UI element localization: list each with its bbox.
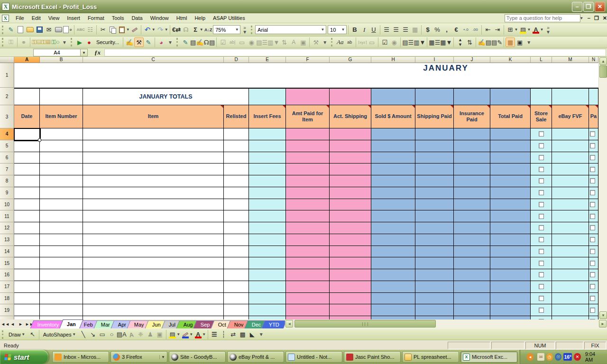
cell-K16[interactable] bbox=[490, 269, 531, 281]
checkbox-N16[interactable] bbox=[590, 272, 595, 277]
form-button-icon[interactable]: ▭ bbox=[367, 37, 377, 47]
cell-H20[interactable] bbox=[371, 316, 415, 319]
cell-B4[interactable] bbox=[40, 128, 83, 140]
increase-indent-icon[interactable]: ⇥ bbox=[493, 25, 502, 35]
checkbox-L12[interactable] bbox=[539, 225, 544, 230]
shadow-style-icon[interactable]: ▩ bbox=[238, 330, 248, 339]
cell-F18[interactable] bbox=[286, 293, 330, 305]
workbook-restore-icon[interactable]: ❐ bbox=[594, 15, 599, 21]
cell-N5[interactable] bbox=[589, 140, 598, 152]
col-header-C[interactable]: C bbox=[83, 57, 224, 63]
cell-L13[interactable] bbox=[531, 234, 552, 246]
menu-help[interactable]: Help bbox=[191, 14, 209, 22]
cell-B8[interactable] bbox=[40, 175, 83, 187]
cell-C11[interactable] bbox=[83, 210, 224, 222]
taskbar-group-dropdown-icon[interactable]: ▼ bbox=[159, 355, 165, 359]
cell-A12[interactable] bbox=[14, 222, 40, 234]
draw-font-color-icon[interactable]: A bbox=[193, 330, 203, 339]
checkbox-L13[interactable] bbox=[539, 237, 544, 242]
first-sheet-icon[interactable]: ◄◄ bbox=[1, 321, 8, 328]
cell-B3[interactable]: Item Number bbox=[40, 105, 83, 128]
cell-G4[interactable] bbox=[330, 128, 371, 140]
cell-D4[interactable] bbox=[224, 128, 249, 140]
cell-G13[interactable] bbox=[330, 234, 371, 246]
minimize-button[interactable]: – bbox=[572, 2, 582, 12]
save-icon[interactable] bbox=[35, 25, 44, 35]
line-icon[interactable]: ╲ bbox=[79, 330, 88, 339]
cell-J6[interactable] bbox=[454, 152, 490, 164]
row-header-5[interactable]: 5 bbox=[0, 140, 14, 152]
cell-I7[interactable] bbox=[415, 164, 454, 175]
formula-input[interactable] bbox=[104, 49, 606, 56]
cell-F17[interactable] bbox=[286, 281, 330, 293]
select-all-corner[interactable] bbox=[0, 57, 14, 63]
cell-L18[interactable] bbox=[531, 293, 552, 305]
cell-M11[interactable] bbox=[552, 210, 589, 222]
cell-C13[interactable] bbox=[83, 234, 224, 246]
tray-alert-icon[interactable]: ✕ bbox=[574, 353, 580, 361]
cell-G15[interactable] bbox=[330, 257, 371, 269]
cell-A3[interactable]: Date bbox=[14, 105, 40, 128]
print-preview-icon[interactable]: ∘ bbox=[63, 25, 73, 35]
name-box-dropdown-icon[interactable]: ▼ bbox=[81, 49, 88, 56]
italic-icon[interactable]: I bbox=[359, 25, 369, 35]
cell-E10[interactable] bbox=[249, 199, 286, 211]
menu-edit[interactable]: Edit bbox=[28, 14, 45, 22]
cell-N3[interactable]: Pa bbox=[589, 105, 598, 128]
protect-share-icon[interactable]: ⚿○ bbox=[51, 37, 60, 47]
cell-H11[interactable] bbox=[371, 210, 415, 222]
cell-H14[interactable] bbox=[371, 246, 415, 258]
cell-K8[interactable] bbox=[490, 175, 531, 187]
cell-A2[interactable] bbox=[14, 88, 40, 105]
scrollbar-control-icon[interactable]: ▲▼ bbox=[455, 37, 465, 47]
spinner-control-icon[interactable]: ⇅ bbox=[465, 37, 474, 47]
cell-B2[interactable] bbox=[40, 88, 83, 105]
cell-D8[interactable] bbox=[224, 175, 249, 187]
cell-A5[interactable] bbox=[14, 140, 40, 152]
next-sheet-icon[interactable]: ► bbox=[17, 321, 24, 328]
cell-M8[interactable] bbox=[552, 175, 589, 187]
toolbar-grip[interactable] bbox=[331, 38, 333, 46]
checkbox-N8[interactable] bbox=[590, 178, 595, 183]
rectangle-icon[interactable]: ▭ bbox=[98, 330, 107, 339]
cell-E16[interactable] bbox=[249, 269, 286, 281]
checkbox-N7[interactable] bbox=[590, 167, 595, 172]
cell-E3[interactable]: Insert Fees bbox=[249, 105, 286, 128]
row-header-18[interactable]: 18 bbox=[0, 293, 14, 305]
cell-I15[interactable] bbox=[415, 257, 454, 269]
combobox-control-icon[interactable]: ▥▼ bbox=[267, 37, 279, 47]
cell-K3[interactable]: Total Paid bbox=[490, 105, 531, 128]
cell-M20[interactable] bbox=[552, 316, 589, 319]
toolbar-options-icon[interactable]: »▼ bbox=[546, 26, 551, 34]
cell-F16[interactable] bbox=[286, 269, 330, 281]
cell-F3[interactable]: Amt Paid for Item bbox=[286, 105, 330, 128]
cell-J11[interactable] bbox=[454, 210, 490, 222]
cell-C12[interactable] bbox=[83, 222, 224, 234]
cell-K9[interactable] bbox=[490, 187, 531, 199]
cell-J7[interactable] bbox=[454, 164, 490, 175]
spelling-icon[interactable]: ABC bbox=[76, 25, 85, 35]
checkbox-L9[interactable] bbox=[539, 190, 544, 195]
protect-workbook-icon[interactable]: ⚿▦ bbox=[41, 37, 51, 47]
cell-I10[interactable] bbox=[415, 199, 454, 211]
cell-B10[interactable] bbox=[40, 199, 83, 211]
cell-I9[interactable] bbox=[415, 187, 454, 199]
taskbar-button-globe[interactable]: Site - GoodyB... bbox=[169, 351, 226, 363]
menu-asap-utilities[interactable]: ASAP Utilities bbox=[209, 14, 249, 22]
cell-A16[interactable] bbox=[14, 269, 40, 281]
toolbar-options-icon[interactable]: ▼ bbox=[259, 332, 264, 337]
horizontal-scrollbar[interactable]: ◄ ► bbox=[285, 320, 607, 328]
cell-J13[interactable] bbox=[454, 234, 490, 246]
toolbar-options-icon[interactable]: »▼ bbox=[242, 26, 247, 34]
cell-E11[interactable] bbox=[249, 210, 286, 222]
cell-E20[interactable] bbox=[249, 316, 286, 319]
row-header-2[interactable]: 2 bbox=[0, 88, 14, 105]
checkbox-L11[interactable] bbox=[539, 214, 544, 219]
cell-I2[interactable] bbox=[415, 88, 454, 105]
form-list-edit-icon[interactable]: ▦☰ bbox=[429, 37, 440, 47]
cell-H19[interactable] bbox=[371, 304, 415, 316]
print-icon[interactable] bbox=[54, 25, 63, 35]
cell-B19[interactable] bbox=[40, 304, 83, 316]
horizontal-scroll-thumb[interactable] bbox=[294, 320, 436, 328]
font-size-combobox[interactable]: 10 ▼ bbox=[328, 25, 347, 34]
